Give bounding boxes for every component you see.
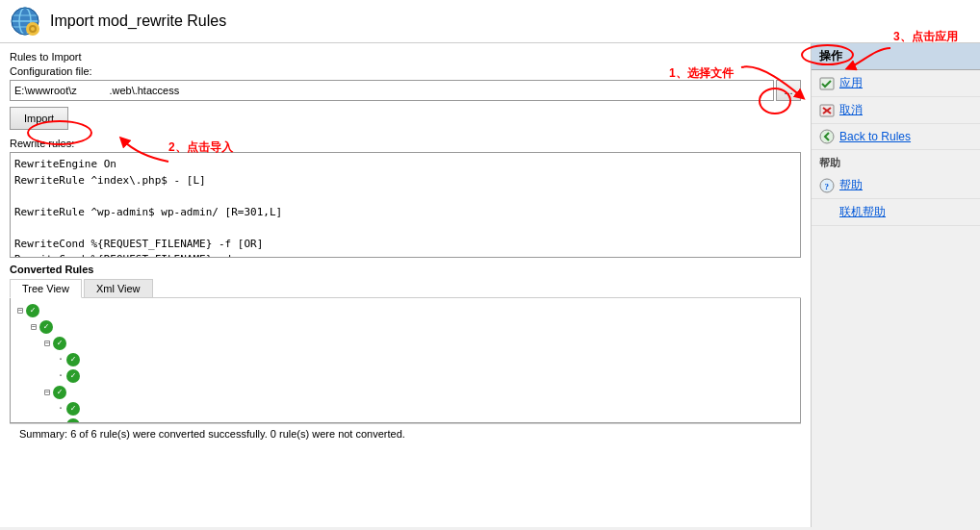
online-help-icon	[819, 205, 835, 220]
help-section-title: 帮助	[812, 150, 980, 172]
tree-expand-icon[interactable]: ·	[55, 351, 66, 367]
svg-point-13	[820, 130, 834, 143]
check-icon: ✓	[66, 402, 80, 416]
sidebar-item-help[interactable]: ? 帮助	[812, 172, 980, 199]
tree-expand-icon[interactable]: ⊟	[41, 384, 53, 400]
sidebar-item-apply[interactable]: 应用	[812, 70, 980, 97]
cancel-label: 取消	[839, 102, 863, 118]
page-wrapper: Import mod_rewrite Rules Rules to Import…	[0, 0, 980, 530]
apply-label: 应用	[839, 75, 863, 91]
tab-tree-view[interactable]: Tree View	[10, 279, 82, 298]
tree-expand-icon[interactable]: ⊟	[41, 335, 53, 351]
rewrite-rules-container[interactable]: RewriteEngine On RewriteRule ^index\.php…	[10, 152, 801, 258]
rules-to-import-label: Rules to Import	[10, 51, 801, 63]
tree-item[interactable]: ·✓	[14, 416, 796, 423]
sidebar-item-cancel[interactable]: 取消	[812, 97, 980, 124]
check-icon: ✓	[66, 369, 80, 383]
tree-expand-icon[interactable]: ⊟	[14, 302, 26, 318]
summary-bar: Summary: 6 of 6 rule(s) were converted s…	[10, 423, 801, 443]
back-icon	[819, 129, 835, 144]
sidebar: 操作 应用	[812, 43, 980, 527]
app-icon	[10, 6, 40, 37]
tree-expand-icon[interactable]: ·	[55, 367, 66, 384]
sidebar-item-back-to-rules[interactable]: Back to Rules	[812, 124, 980, 150]
help-icon: ?	[819, 178, 835, 193]
sidebar-item-online-help[interactable]: 联机帮助	[812, 199, 980, 226]
check-icon: ✓	[53, 386, 66, 399]
browse-button[interactable]: ...	[776, 80, 801, 101]
check-icon: ✓	[39, 320, 53, 334]
main-layout: Rules to Import Configuration file: ... …	[0, 43, 980, 527]
cancel-icon	[819, 103, 835, 118]
tree-expand-icon[interactable]: ⊟	[28, 318, 39, 335]
back-to-rules-label: Back to Rules	[839, 130, 911, 143]
apply-icon	[819, 76, 835, 91]
rewrite-rules-label: Rewrite rules:	[10, 138, 801, 149]
svg-text:?: ?	[825, 182, 830, 191]
content-area: Rules to Import Configuration file: ... …	[0, 43, 812, 527]
config-file-input[interactable]	[10, 80, 774, 101]
tree-item[interactable]: ⊟✓	[14, 384, 796, 400]
converted-rules-label: Converted Rules	[10, 264, 801, 275]
import-button[interactable]: Import	[10, 107, 68, 130]
tab-xml-view[interactable]: Xml View	[84, 279, 153, 297]
svg-point-8	[31, 27, 35, 31]
tabs-row: Tree View Xml View	[10, 279, 801, 298]
tree-view-container[interactable]: ⊟✓⊟✓⊟✓·✓·✓⊟✓·✓·✓	[10, 298, 801, 423]
tree-item[interactable]: ·✓	[14, 400, 796, 416]
online-help-label: 联机帮助	[839, 204, 886, 220]
check-icon: ✓	[53, 337, 66, 350]
tree-item[interactable]: ⊟✓	[14, 318, 796, 335]
config-file-label: Configuration file:	[10, 65, 801, 77]
tree-item[interactable]: ·✓	[14, 351, 796, 367]
tree-item[interactable]: ⊟✓	[14, 302, 796, 318]
title-bar: Import mod_rewrite Rules	[0, 0, 980, 43]
config-file-row: ...	[10, 80, 801, 101]
tree-item[interactable]: ·✓	[14, 367, 796, 384]
check-icon: ✓	[66, 353, 80, 366]
tree-item[interactable]: ⊟✓	[14, 335, 796, 351]
help-label: 帮助	[839, 177, 863, 193]
tree-expand-icon[interactable]: ·	[55, 400, 66, 416]
sidebar-header: 操作	[812, 43, 980, 70]
page-title: Import mod_rewrite Rules	[50, 13, 226, 30]
rewrite-rules-text: RewriteEngine On RewriteRule ^index\.php…	[14, 157, 796, 258]
check-icon: ✓	[26, 304, 39, 317]
tree-expand-icon[interactable]: ·	[55, 416, 66, 423]
